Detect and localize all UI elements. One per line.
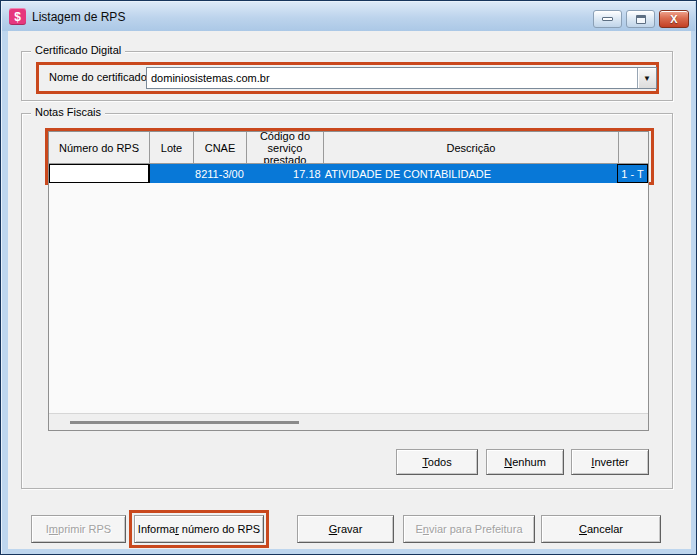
informar-numero-rps-button[interactable]: Informar número do RPS <box>134 515 264 543</box>
cell-lote[interactable] <box>150 164 194 183</box>
table-row[interactable]: 8211-3/00 17.18 ATIVIDADE DE CONTABILIDA… <box>49 164 648 183</box>
certificado-highlight-box: Nome do certificado digital: dominiosist… <box>36 62 659 94</box>
rps-table: Número do RPS Lote CNAE Código do serviç… <box>48 131 649 431</box>
window-title: Listagem de RPS <box>32 10 125 24</box>
column-header-numero-rps[interactable]: Número do RPS <box>49 132 150 163</box>
column-header-codigo-servico[interactable]: Código do serviço prestado <box>247 132 324 163</box>
maximize-icon <box>636 15 646 24</box>
todos-button[interactable]: Todos <box>396 449 478 475</box>
dialog-client-area: Certificado Digital Nome do certificado … <box>8 31 691 549</box>
column-header-descricao[interactable]: Descrição <box>324 132 619 163</box>
cancelar-button[interactable]: Cancelar <box>541 515 661 543</box>
notas-fiscais-group-label: Notas Fiscais <box>31 106 105 118</box>
window-controls: X <box>593 10 689 28</box>
column-header-cnae[interactable]: CNAE <box>194 132 247 163</box>
enviar-para-prefeitura-button[interactable]: Enviar para Prefeitura <box>403 515 535 543</box>
table-empty-body <box>49 183 648 413</box>
titlebar[interactable]: $ Listagem de RPS X <box>2 2 695 31</box>
certificado-digital-group: Certificado Digital Nome do certificado … <box>21 51 673 101</box>
horizontal-scrollbar[interactable] <box>49 413 648 430</box>
cell-codigo-servico[interactable]: 17.18 <box>246 164 323 183</box>
certificado-combobox[interactable]: dominiosistemas.com.br ▼ <box>146 67 657 89</box>
column-header-situacao[interactable] <box>619 132 648 163</box>
scrollbar-thumb[interactable] <box>70 421 299 424</box>
column-header-lote[interactable]: Lote <box>150 132 194 163</box>
minimize-button[interactable] <box>593 10 622 28</box>
chevron-down-icon: ▼ <box>643 74 651 83</box>
table-header-row: Número do RPS Lote CNAE Código do serviç… <box>49 132 648 164</box>
combobox-dropdown-button[interactable]: ▼ <box>637 68 656 88</box>
close-icon: X <box>670 13 677 25</box>
inverter-button[interactable]: Inverter <box>571 449 649 475</box>
cell-situacao[interactable]: 1 - T <box>617 164 648 183</box>
minimize-icon <box>602 17 613 21</box>
numero-rps-input[interactable] <box>49 164 150 183</box>
nenhum-button[interactable]: Nenhum <box>486 449 564 475</box>
gravar-button[interactable]: Gravar <box>297 515 394 543</box>
close-button[interactable]: X <box>659 10 689 28</box>
imprimir-rps-button[interactable]: Imprimir RPS <box>31 515 126 543</box>
certificado-combobox-value: dominiosistemas.com.br <box>147 72 637 84</box>
certificado-digital-group-label: Certificado Digital <box>31 44 125 56</box>
cell-descricao[interactable]: ATIVIDADE DE CONTABILIDADE <box>323 164 617 183</box>
maximize-button[interactable] <box>626 10 655 28</box>
app-logo-icon: $ <box>9 8 26 25</box>
dialog-window: $ Listagem de RPS X Certificado Digital … <box>0 0 697 555</box>
cell-cnae[interactable]: 8211-3/00 <box>194 164 246 183</box>
